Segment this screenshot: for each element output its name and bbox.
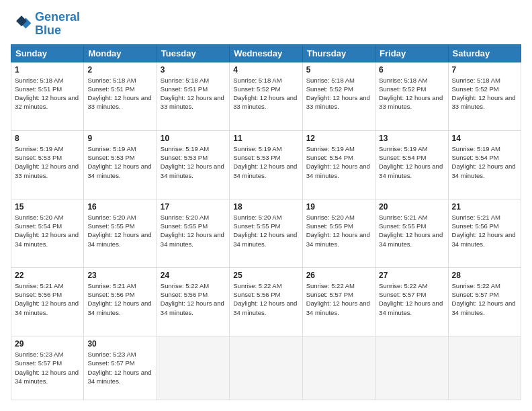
- day-number: 5: [306, 65, 371, 75]
- day-info: Sunrise: 5:18 AM Sunset: 5:51 PM Dayligh…: [161, 76, 226, 111]
- calendar-week-2: 8 Sunrise: 5:19 AM Sunset: 5:53 PM Dayli…: [11, 130, 521, 199]
- day-cell-10: 10 Sunrise: 5:19 AM Sunset: 5:53 PM Dayl…: [157, 130, 229, 199]
- day-number: 4: [233, 65, 298, 75]
- sunset: Sunset: 5:55 PM: [233, 222, 298, 230]
- daylight: Daylight: 12 hours and 34 minutes.: [379, 299, 444, 317]
- day-cell-4: 4 Sunrise: 5:18 AM Sunset: 5:52 PM Dayli…: [230, 62, 302, 130]
- daylight: Daylight: 12 hours and 34 minutes.: [233, 162, 298, 180]
- day-cell-9: 9 Sunrise: 5:19 AM Sunset: 5:53 PM Dayli…: [84, 130, 157, 199]
- sunrise: Sunrise: 5:20 AM: [87, 213, 152, 222]
- day-number: 17: [161, 202, 226, 212]
- day-info: Sunrise: 5:23 AM Sunset: 5:57 PM Dayligh…: [87, 350, 152, 385]
- day-number: 30: [87, 339, 152, 349]
- sunset: Sunset: 5:57 PM: [379, 290, 444, 299]
- day-number: 23: [87, 271, 152, 280]
- day-info: Sunrise: 5:22 AM Sunset: 5:56 PM Dayligh…: [233, 281, 298, 317]
- sunrise: Sunrise: 5:18 AM: [233, 76, 298, 85]
- day-number: 24: [161, 271, 226, 280]
- day-info: Sunrise: 5:23 AM Sunset: 5:57 PM Dayligh…: [15, 350, 80, 385]
- daylight: Daylight: 12 hours and 34 minutes.: [306, 230, 371, 248]
- day-number: 3: [161, 65, 226, 75]
- daylight: Daylight: 12 hours and 32 minutes.: [15, 93, 80, 111]
- sunrise: Sunrise: 5:18 AM: [452, 76, 517, 85]
- day-info: Sunrise: 5:18 AM Sunset: 5:52 PM Dayligh…: [379, 76, 444, 111]
- sunrise: Sunrise: 5:18 AM: [15, 76, 80, 85]
- sunrise: Sunrise: 5:18 AM: [87, 76, 152, 85]
- day-info: Sunrise: 5:21 AM Sunset: 5:56 PM Dayligh…: [87, 281, 152, 317]
- day-number: 29: [15, 339, 80, 349]
- sunrise: Sunrise: 5:22 AM: [161, 281, 226, 290]
- sunset: Sunset: 5:53 PM: [87, 153, 152, 162]
- day-number: 27: [379, 271, 444, 280]
- day-number: 12: [306, 134, 371, 143]
- sunset: Sunset: 5:55 PM: [87, 222, 152, 230]
- daylight: Daylight: 12 hours and 33 minutes.: [15, 162, 80, 180]
- daylight: Daylight: 12 hours and 34 minutes.: [379, 230, 444, 248]
- sunset: Sunset: 5:55 PM: [161, 222, 226, 230]
- sunrise: Sunrise: 5:22 AM: [306, 281, 371, 290]
- calendar-week-1: 1 Sunrise: 5:18 AM Sunset: 5:51 PM Dayli…: [11, 62, 521, 130]
- sunrise: Sunrise: 5:21 AM: [452, 213, 517, 222]
- empty-cell: [302, 336, 375, 400]
- day-cell-29: 29 Sunrise: 5:23 AM Sunset: 5:57 PM Dayl…: [11, 336, 84, 400]
- sunrise: Sunrise: 5:18 AM: [161, 76, 226, 85]
- sunrise: Sunrise: 5:22 AM: [452, 281, 517, 290]
- empty-cell: [375, 336, 448, 400]
- day-cell-21: 21 Sunrise: 5:21 AM Sunset: 5:56 PM Dayl…: [448, 199, 521, 267]
- day-info: Sunrise: 5:22 AM Sunset: 5:56 PM Dayligh…: [161, 281, 226, 317]
- sunset: Sunset: 5:53 PM: [15, 153, 80, 162]
- day-cell-3: 3 Sunrise: 5:18 AM Sunset: 5:51 PM Dayli…: [157, 62, 229, 130]
- sunset: Sunset: 5:54 PM: [306, 153, 371, 162]
- day-number: 25: [233, 271, 298, 280]
- sunset: Sunset: 5:52 PM: [379, 85, 444, 93]
- daylight: Daylight: 12 hours and 34 minutes.: [452, 230, 517, 248]
- day-number: 21: [452, 202, 517, 212]
- day-number: 16: [87, 202, 152, 212]
- sunset: Sunset: 5:54 PM: [452, 153, 517, 162]
- calendar-table: SundayMondayTuesdayWednesdayThursdayFrid…: [11, 44, 521, 400]
- day-cell-19: 19 Sunrise: 5:20 AM Sunset: 5:55 PM Dayl…: [302, 199, 375, 267]
- empty-cell: [448, 336, 521, 400]
- day-number: 7: [452, 65, 517, 75]
- daylight: Daylight: 12 hours and 34 minutes.: [161, 230, 226, 248]
- sunset: Sunset: 5:51 PM: [87, 85, 152, 93]
- calendar-header-saturday: Saturday: [448, 44, 521, 62]
- daylight: Daylight: 12 hours and 34 minutes.: [87, 299, 152, 317]
- daylight: Daylight: 12 hours and 34 minutes.: [452, 299, 517, 317]
- page: General Blue SundayMondayTuesdayWednesda…: [0, 0, 532, 411]
- empty-cell: [230, 336, 302, 400]
- day-cell-25: 25 Sunrise: 5:22 AM Sunset: 5:56 PM Dayl…: [230, 267, 302, 336]
- sunset: Sunset: 5:57 PM: [306, 290, 371, 299]
- sunset: Sunset: 5:53 PM: [233, 153, 298, 162]
- sunrise: Sunrise: 5:19 AM: [306, 144, 371, 153]
- sunrise: Sunrise: 5:20 AM: [233, 213, 298, 222]
- day-info: Sunrise: 5:22 AM Sunset: 5:57 PM Dayligh…: [306, 281, 371, 317]
- sunrise: Sunrise: 5:23 AM: [87, 350, 152, 359]
- day-info: Sunrise: 5:21 AM Sunset: 5:56 PM Dayligh…: [15, 281, 80, 317]
- day-info: Sunrise: 5:21 AM Sunset: 5:56 PM Dayligh…: [452, 213, 517, 248]
- day-cell-30: 30 Sunrise: 5:23 AM Sunset: 5:57 PM Dayl…: [84, 336, 157, 400]
- daylight: Daylight: 12 hours and 33 minutes.: [306, 93, 371, 111]
- daylight: Daylight: 12 hours and 34 minutes.: [452, 162, 517, 180]
- day-number: 20: [379, 202, 444, 212]
- day-number: 1: [15, 65, 80, 75]
- day-cell-18: 18 Sunrise: 5:20 AM Sunset: 5:55 PM Dayl…: [230, 199, 302, 267]
- sunrise: Sunrise: 5:19 AM: [379, 144, 444, 153]
- sunset: Sunset: 5:56 PM: [233, 290, 298, 299]
- day-number: 13: [379, 134, 444, 143]
- day-info: Sunrise: 5:20 AM Sunset: 5:55 PM Dayligh…: [306, 213, 371, 248]
- sunrise: Sunrise: 5:20 AM: [306, 213, 371, 222]
- day-info: Sunrise: 5:18 AM Sunset: 5:51 PM Dayligh…: [87, 76, 152, 111]
- calendar-header-monday: Monday: [84, 44, 157, 62]
- sunset: Sunset: 5:57 PM: [87, 359, 152, 367]
- sunrise: Sunrise: 5:18 AM: [379, 76, 444, 85]
- day-cell-28: 28 Sunrise: 5:22 AM Sunset: 5:57 PM Dayl…: [448, 267, 521, 336]
- sunrise: Sunrise: 5:19 AM: [15, 144, 80, 153]
- day-cell-17: 17 Sunrise: 5:20 AM Sunset: 5:55 PM Dayl…: [157, 199, 229, 267]
- sunset: Sunset: 5:54 PM: [15, 222, 80, 230]
- day-cell-26: 26 Sunrise: 5:22 AM Sunset: 5:57 PM Dayl…: [302, 267, 375, 336]
- day-info: Sunrise: 5:19 AM Sunset: 5:54 PM Dayligh…: [379, 144, 444, 180]
- day-info: Sunrise: 5:19 AM Sunset: 5:54 PM Dayligh…: [306, 144, 371, 180]
- sunrise: Sunrise: 5:21 AM: [379, 213, 444, 222]
- day-info: Sunrise: 5:20 AM Sunset: 5:54 PM Dayligh…: [15, 213, 80, 248]
